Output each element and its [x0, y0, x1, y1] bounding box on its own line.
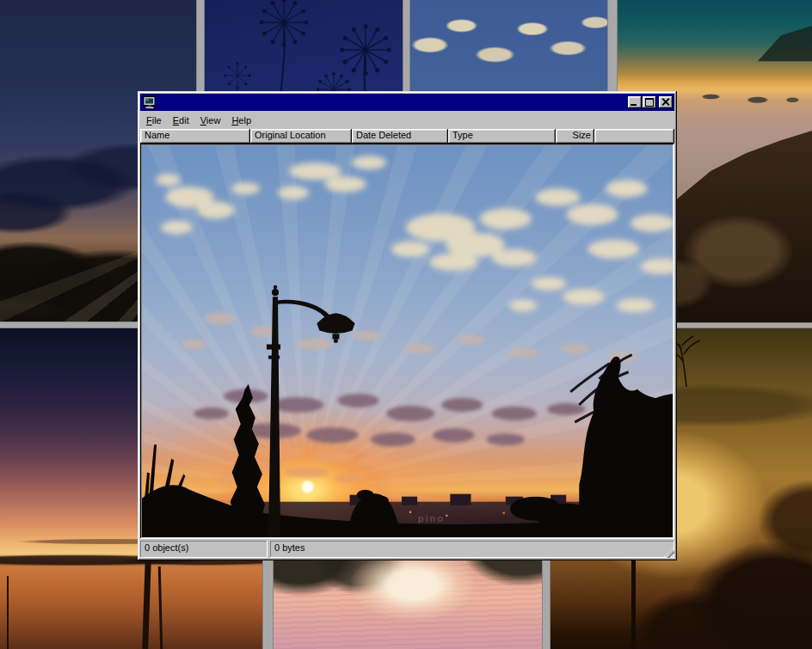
- column-header-blank[interactable]: [594, 129, 674, 144]
- maximize-button[interactable]: [643, 96, 656, 108]
- sunset-streetlamp-photo: pino: [142, 145, 673, 537]
- column-header-date-deleted[interactable]: Date Deleted: [352, 129, 448, 144]
- desktop: { "desktop": { "gap_color": "#a8a8a8", "…: [0, 0, 812, 649]
- photo-silhouette-layer: [142, 145, 673, 537]
- column-header-name[interactable]: Name: [140, 129, 250, 144]
- menu-bar: File Edit View Help: [140, 112, 674, 129]
- computer-icon: [143, 96, 157, 109]
- column-header-row: Name Original Location Date Deleted Type…: [140, 129, 674, 144]
- title-bar[interactable]: [140, 94, 674, 111]
- water-pole: [158, 566, 163, 649]
- clouds-upper: [156, 156, 673, 312]
- photo-watermark: pino: [418, 513, 445, 523]
- menu-help[interactable]: Help: [226, 113, 257, 128]
- column-header-original-location[interactable]: Original Location: [250, 129, 352, 144]
- water-pole: [142, 559, 151, 649]
- column-header-size[interactable]: Size: [556, 129, 594, 144]
- water-pole: [7, 576, 9, 649]
- status-bytes: 0 bytes: [270, 541, 674, 558]
- clouds-lower: [194, 389, 631, 446]
- status-objects: 0 object(s): [140, 541, 268, 558]
- column-header-type[interactable]: Type: [448, 129, 556, 144]
- menu-file[interactable]: File: [141, 113, 168, 128]
- minimize-icon: [631, 104, 637, 106]
- menu-edit[interactable]: Edit: [168, 113, 195, 128]
- menu-view[interactable]: View: [195, 113, 227, 128]
- maximize-icon: [645, 98, 654, 107]
- minimize-button[interactable]: [628, 96, 642, 108]
- status-bar: 0 object(s) 0 bytes: [140, 539, 674, 558]
- file-list-area[interactable]: pino: [140, 144, 674, 539]
- close-icon: [661, 98, 669, 106]
- clouds-mid: [181, 312, 637, 362]
- close-button[interactable]: [659, 96, 673, 108]
- recycle-bin-window: File Edit View Help Name Original Locati…: [138, 91, 677, 560]
